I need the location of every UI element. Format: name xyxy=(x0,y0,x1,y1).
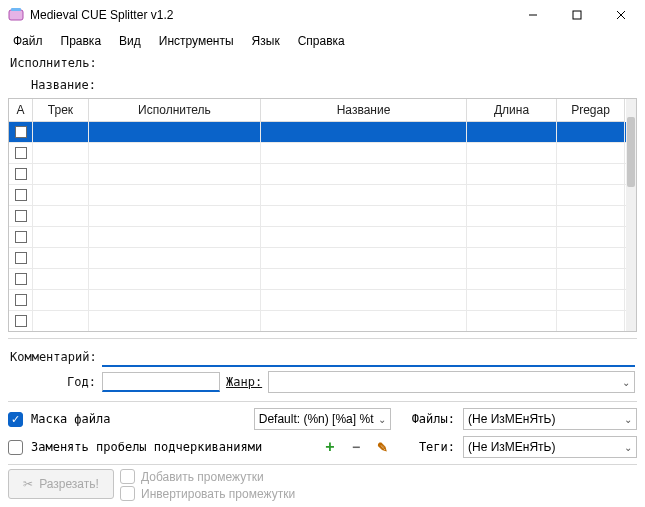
row-checkbox[interactable] xyxy=(15,273,27,285)
cell-track xyxy=(33,290,89,310)
col-performer[interactable]: Исполнитель xyxy=(89,99,261,122)
cell-pregap xyxy=(557,122,625,142)
row-checkbox[interactable] xyxy=(15,294,27,306)
window-title: Medieval CUE Splitter v1.2 xyxy=(30,8,511,22)
row-checkbox-cell[interactable] xyxy=(9,248,33,268)
table-row[interactable] xyxy=(9,206,626,227)
cell-length xyxy=(467,311,557,331)
genre-combo[interactable]: ⌄ xyxy=(268,371,635,393)
maximize-button[interactable] xyxy=(555,1,599,29)
cell-length xyxy=(467,227,557,247)
row-checkbox[interactable] xyxy=(15,210,27,222)
track-table: A Трек Исполнитель Название Длина Pregap xyxy=(8,98,637,332)
year-input[interactable] xyxy=(102,372,220,392)
table-row[interactable] xyxy=(9,269,626,290)
menubar: Файл Правка Вид Инструменты Язык Справка xyxy=(0,30,645,52)
app-icon xyxy=(8,7,24,23)
cell-title xyxy=(261,185,467,205)
files-label: Файлы: xyxy=(407,412,455,426)
row-checkbox[interactable] xyxy=(15,168,27,180)
col-length[interactable]: Длина xyxy=(467,99,557,122)
cell-track xyxy=(33,185,89,205)
row-checkbox-cell[interactable] xyxy=(9,290,33,310)
cell-performer xyxy=(89,269,261,289)
comment-input[interactable] xyxy=(102,347,635,367)
cell-pregap xyxy=(557,248,625,268)
cell-track xyxy=(33,206,89,226)
cell-performer xyxy=(89,227,261,247)
col-pregap[interactable]: Pregap xyxy=(557,99,625,122)
row-checkbox-cell[interactable] xyxy=(9,227,33,247)
tags-combo[interactable]: (Не ИзМЕнЯтЬ) ⌄ xyxy=(463,436,637,458)
cut-button-label: Разрезать! xyxy=(39,477,99,491)
cell-length xyxy=(467,206,557,226)
cell-length xyxy=(467,248,557,268)
col-title[interactable]: Название xyxy=(261,99,467,122)
cell-length xyxy=(467,290,557,310)
table-row[interactable] xyxy=(9,227,626,248)
menu-view[interactable]: Вид xyxy=(112,32,148,50)
replace-spaces-checkbox[interactable] xyxy=(8,440,23,455)
menu-help[interactable]: Справка xyxy=(291,32,352,50)
cell-length xyxy=(467,143,557,163)
titlebar: Medieval CUE Splitter v1.2 xyxy=(0,0,645,30)
cell-track xyxy=(33,122,89,142)
row-checkbox-cell[interactable] xyxy=(9,164,33,184)
row-checkbox[interactable] xyxy=(15,189,27,201)
row-checkbox-cell[interactable] xyxy=(9,311,33,331)
menu-file[interactable]: Файл xyxy=(6,32,50,50)
mask-value: Default: (%n) [%a] %t xyxy=(259,412,374,426)
cell-performer xyxy=(89,164,261,184)
row-checkbox[interactable] xyxy=(15,147,27,159)
row-checkbox-cell[interactable] xyxy=(9,143,33,163)
col-checkbox[interactable]: A xyxy=(9,99,33,122)
vertical-scrollbar[interactable] xyxy=(626,99,636,331)
invert-gaps-checkbox[interactable] xyxy=(120,486,135,501)
cell-performer xyxy=(89,206,261,226)
performer-value xyxy=(102,63,635,64)
minimize-button[interactable] xyxy=(511,1,555,29)
year-label: Год: xyxy=(10,375,96,389)
edit-mask-button[interactable]: ✎ xyxy=(373,438,391,456)
chevron-down-icon: ⌄ xyxy=(622,377,630,388)
remove-mask-button[interactable]: − xyxy=(347,438,365,456)
col-track[interactable]: Трек xyxy=(33,99,89,122)
add-gaps-checkbox[interactable] xyxy=(120,469,135,484)
genre-label: Жанр: xyxy=(226,375,262,389)
table-row[interactable] xyxy=(9,311,626,331)
row-checkbox-cell[interactable] xyxy=(9,269,33,289)
row-checkbox-cell[interactable] xyxy=(9,185,33,205)
cell-title xyxy=(261,248,467,268)
menu-lang[interactable]: Язык xyxy=(245,32,287,50)
scrollbar-thumb[interactable] xyxy=(627,117,635,187)
mask-combo[interactable]: Default: (%n) [%a] %t ⌄ xyxy=(254,408,391,430)
cut-button[interactable]: ✂ Разрезать! xyxy=(8,469,114,499)
cell-length xyxy=(467,185,557,205)
close-button[interactable] xyxy=(599,1,643,29)
cell-title xyxy=(261,227,467,247)
cell-pregap xyxy=(557,164,625,184)
cell-title xyxy=(261,122,467,142)
row-checkbox[interactable] xyxy=(15,252,27,264)
table-row[interactable] xyxy=(9,185,626,206)
chevron-down-icon: ⌄ xyxy=(624,442,632,453)
cell-pregap xyxy=(557,311,625,331)
title-row: Название: xyxy=(0,74,645,96)
row-checkbox-cell[interactable] xyxy=(9,122,33,142)
row-checkbox[interactable] xyxy=(15,126,27,138)
add-mask-button[interactable]: + xyxy=(321,438,339,456)
table-row[interactable] xyxy=(9,122,626,143)
cell-pregap xyxy=(557,227,625,247)
mask-checkbox[interactable]: ✓ xyxy=(8,412,23,427)
row-checkbox-cell[interactable] xyxy=(9,206,33,226)
files-combo[interactable]: (Не ИзМЕнЯтЬ) ⌄ xyxy=(463,408,637,430)
table-row[interactable] xyxy=(9,164,626,185)
row-checkbox[interactable] xyxy=(15,231,27,243)
cell-pregap xyxy=(557,206,625,226)
table-row[interactable] xyxy=(9,290,626,311)
menu-edit[interactable]: Правка xyxy=(54,32,109,50)
table-row[interactable] xyxy=(9,143,626,164)
row-checkbox[interactable] xyxy=(15,315,27,327)
table-row[interactable] xyxy=(9,248,626,269)
menu-tools[interactable]: Инструменты xyxy=(152,32,241,50)
